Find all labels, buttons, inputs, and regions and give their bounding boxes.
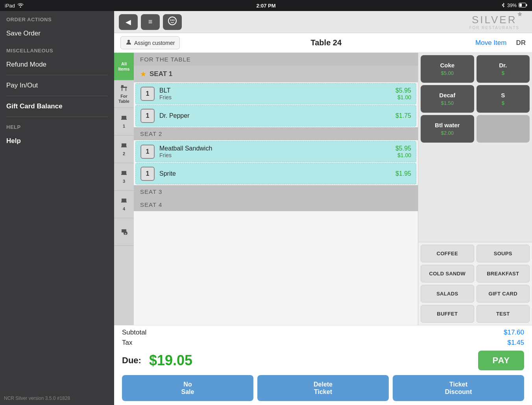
menu-item-decaf-name: Decaf xyxy=(439,92,455,98)
item-name-sprite: Sprite xyxy=(159,170,391,177)
category-test[interactable]: TEST xyxy=(477,305,530,323)
svg-rect-9 xyxy=(122,88,122,91)
category-coffee[interactable]: COFFEE xyxy=(421,245,474,262)
seat-tab-3[interactable]: 3 xyxy=(114,163,134,191)
qty-sprite[interactable]: 1 xyxy=(140,167,155,181)
item-mod-price-meatball: $1.00 xyxy=(395,152,411,158)
sidebar-item-gift-card-balance[interactable]: Gift Card Balance xyxy=(0,98,114,115)
status-bar: iPad 2:07 PM 39% xyxy=(0,0,532,11)
seat2-icon xyxy=(120,142,128,150)
due-label: Due: xyxy=(122,355,141,366)
due-row: Due: $19.05 PAY xyxy=(114,349,532,373)
qty-drpepper[interactable]: 1 xyxy=(140,109,155,123)
for-the-table-header: FOR THE TABLE xyxy=(134,53,418,66)
seat-tab-2[interactable]: 2 xyxy=(114,136,134,163)
order-item-sprite[interactable]: 1 Sprite $1.95 xyxy=(135,163,416,184)
sidebar-item-refund-mode[interactable]: Refund Mode xyxy=(0,56,114,73)
seat-tab-1-label: 1 xyxy=(123,124,125,128)
menu-item-s-name: S xyxy=(501,92,505,98)
header-right-label: DR xyxy=(516,39,526,47)
menu-item-s-price: $ xyxy=(502,100,504,106)
item-price-blt: $5.95 xyxy=(395,87,411,94)
subtotal-value: $17.60 xyxy=(504,329,524,336)
item-modifier-meatball: Fries xyxy=(159,152,391,158)
svg-text:+: + xyxy=(125,232,127,235)
status-left: iPad xyxy=(5,3,24,9)
menu-item-dr-name: Dr. xyxy=(499,62,507,69)
ticket-discount-button[interactable]: TicketDiscount xyxy=(393,375,524,401)
qty-meatball[interactable]: 1 xyxy=(140,145,155,159)
menu-item-coke[interactable]: Coke $5.00 xyxy=(421,55,474,83)
help-title: HELP xyxy=(0,119,114,132)
subtotal-row: Subtotal $17.60 xyxy=(114,325,532,338)
bottom-buttons: NoSale DeleteTicket TicketDiscount xyxy=(114,373,532,405)
delete-ticket-button[interactable]: DeleteTicket xyxy=(257,375,389,401)
back-button[interactable]: ◀ xyxy=(119,14,138,30)
logo-silver: SILVER xyxy=(469,14,519,24)
item-price-col-meatball: $5.95 $1.00 xyxy=(395,145,411,158)
pay-button[interactable]: PAY xyxy=(478,351,524,370)
svg-point-6 xyxy=(174,20,175,21)
sidebar-item-help[interactable]: Help xyxy=(0,132,114,150)
sidebar: ORDER ACTIONS Save Order MISCELLANEOUS R… xyxy=(0,11,114,405)
sidebar-item-pay-in-out[interactable]: Pay In/Out xyxy=(0,77,114,94)
order-actions-title: ORDER ACTIONS xyxy=(0,11,114,25)
menu-item-empty xyxy=(477,115,530,143)
move-item-button[interactable]: Move Item xyxy=(472,37,510,48)
menu-item-dr-price: $ xyxy=(502,70,504,76)
seat3-header: SEAT 3 xyxy=(134,185,418,198)
forward-icon xyxy=(168,16,177,28)
menu-item-coke-price: $5.00 xyxy=(441,70,454,76)
category-soups[interactable]: SOUPS xyxy=(477,245,530,262)
seat-tab-add[interactable]: + xyxy=(114,218,134,246)
category-gift-card[interactable]: GIFT CARD xyxy=(477,285,530,303)
seat-tab-table-label: ForTable xyxy=(118,94,129,103)
seat-tab-table[interactable]: ForTable xyxy=(114,80,134,108)
item-name-drpepper: Dr. Pepper xyxy=(159,112,391,119)
category-cold-sandw[interactable]: COLD SANDW xyxy=(421,265,474,282)
menu-button[interactable]: ≡ xyxy=(141,14,160,30)
item-details-sprite: Sprite xyxy=(159,170,391,177)
qty-blt[interactable]: 1 xyxy=(140,87,155,101)
back-icon: ◀ xyxy=(126,18,131,26)
menu-icon: ≡ xyxy=(148,18,153,26)
item-price-col-drpepper: $1.75 xyxy=(395,112,411,119)
menu-item-btlwater[interactable]: Btl water $2.00 xyxy=(421,115,474,143)
sidebar-divider-2 xyxy=(6,96,108,96)
seat-tab-all-label: AllItems xyxy=(118,61,130,71)
seat-tab-4[interactable]: 4 xyxy=(114,191,134,218)
order-item-meatball[interactable]: 1 Meatball Sandwich Fries $5.95 $1.00 xyxy=(135,141,416,162)
sidebar-divider-1 xyxy=(6,75,108,75)
menu-item-decaf[interactable]: Decaf $1.50 xyxy=(421,85,474,113)
menu-item-s[interactable]: S $ xyxy=(477,85,530,113)
order-section: FOR THE TABLE ★ SEAT 1 1 BLT Fries $5.95… xyxy=(134,53,418,325)
no-sale-button[interactable]: NoSale xyxy=(122,375,253,401)
header-bar: Assign customer Table 24 Move Item DR xyxy=(114,33,532,53)
logo-area: SILVER FOR RESTAURANTS xyxy=(469,14,519,30)
svg-point-7 xyxy=(127,40,130,42)
right-panel: Coke $5.00 Dr. $ Decaf $1.50 S $ Btl wat… xyxy=(418,53,532,325)
menu-item-btlwater-price: $2.00 xyxy=(441,130,454,136)
menu-item-btlwater-name: Btl water xyxy=(435,122,460,128)
item-details-drpepper: Dr. Pepper xyxy=(159,112,391,119)
svg-point-3 xyxy=(168,17,176,25)
seat1-icon xyxy=(120,114,128,123)
category-buffet[interactable]: BUFFET xyxy=(421,305,474,323)
item-price-col-sprite: $1.95 xyxy=(395,170,411,177)
seat-tab-1[interactable]: 1 xyxy=(114,108,134,136)
category-salads[interactable]: SALADS xyxy=(421,285,474,303)
order-item-blt[interactable]: 1 BLT Fries $5.95 $1.00 xyxy=(135,83,416,104)
seat-tab-3-label: 3 xyxy=(123,179,125,184)
menu-item-dr[interactable]: Dr. $ xyxy=(477,55,530,83)
category-breakfast[interactable]: BREAKFAST xyxy=(477,265,530,282)
item-modifier-blt: Fries xyxy=(159,94,391,100)
status-right: 39% xyxy=(501,2,527,9)
assign-customer-button[interactable]: Assign customer xyxy=(120,36,180,49)
order-item-drpepper[interactable]: 1 Dr. Pepper $1.75 xyxy=(135,105,416,126)
item-mod-price-blt: $1.00 xyxy=(395,94,411,100)
sidebar-item-save-order[interactable]: Save Order xyxy=(0,25,114,42)
battery-icon xyxy=(519,3,527,9)
seat-tab-all[interactable]: AllItems xyxy=(114,53,134,80)
item-price-meatball: $5.95 xyxy=(395,145,411,152)
forward-button[interactable] xyxy=(163,14,182,30)
